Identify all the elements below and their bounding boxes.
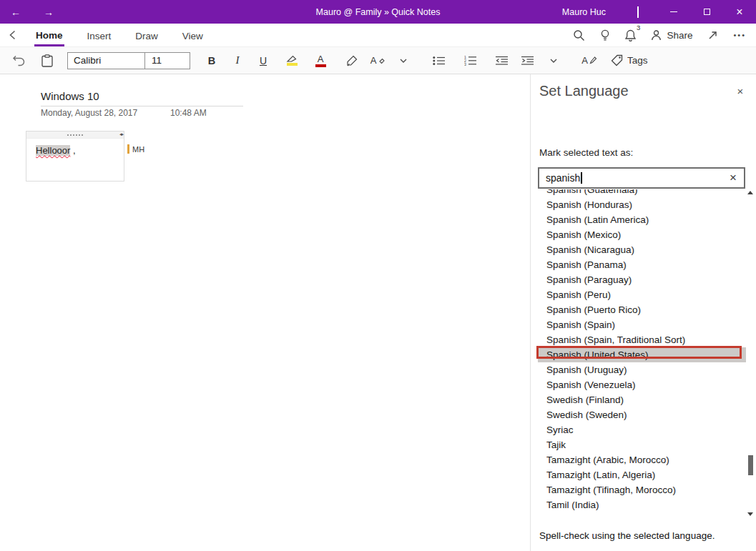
language-option-label: Tamazight (Tifinagh, Morocco) <box>546 485 676 495</box>
language-option-label: Tamazight (Arabic, Morocco) <box>546 455 669 465</box>
font-color-button[interactable]: A <box>310 51 330 71</box>
nav-back-button[interactable]: ← <box>6 0 26 24</box>
font-size-dropdown[interactable]: 11 <box>145 53 190 69</box>
language-option[interactable]: Spanish (Mexico) <box>538 227 746 242</box>
font-color-letter: A <box>318 54 324 64</box>
bell-icon <box>625 29 636 41</box>
font-options-chevron[interactable] <box>393 51 413 71</box>
language-option[interactable]: Tamazight (Arabic, Morocco) <box>538 452 746 467</box>
bold-button[interactable]: B <box>202 51 222 71</box>
tell-me-button[interactable] <box>600 25 610 45</box>
fullscreen-button[interactable] <box>707 25 718 45</box>
format-painter-button[interactable] <box>342 51 362 71</box>
language-option-label: Spanish (United States) <box>546 349 649 360</box>
more-options-button[interactable]: ••• <box>733 25 746 45</box>
search-button[interactable] <box>573 25 585 45</box>
note-text[interactable]: Hellooor , <box>36 145 76 156</box>
panel-close-button[interactable]: × <box>733 84 747 98</box>
nav-forward-button[interactable]: → <box>39 0 59 24</box>
language-option-label: Tajik <box>546 440 566 450</box>
font-name-dropdown[interactable]: Calibri <box>68 53 145 69</box>
language-option[interactable]: Spanish (Nicaragua) <box>538 242 746 257</box>
format-painter-icon <box>346 55 358 66</box>
highlighter-button[interactable] <box>282 51 302 71</box>
language-option-label: Spanish (Honduras) <box>546 199 632 210</box>
font-name-value: Calibri <box>74 55 101 66</box>
language-search-input[interactable]: spanish <box>546 172 580 184</box>
scrollbar-thumb[interactable] <box>748 455 753 475</box>
titlebar-right-group: Mauro Huc × <box>562 0 756 24</box>
language-option[interactable]: Spanish (Spain, Traditional Sort) <box>538 332 746 347</box>
resize-handle-icon[interactable]: ◂▸ <box>119 131 123 138</box>
tab-draw[interactable]: Draw <box>134 24 159 46</box>
page-canvas[interactable]: Windows 10 Monday, August 28, 2017 10:48… <box>0 75 530 551</box>
scroll-down-arrow-icon[interactable] <box>747 512 753 516</box>
tab-view[interactable]: View <box>181 24 205 46</box>
title-divider <box>41 106 243 106</box>
person-icon <box>651 29 662 41</box>
language-option-label: Spanish (Venezuela) <box>546 379 636 390</box>
note-container[interactable]: ◂▸ Hellooor , <box>26 131 124 182</box>
language-option-label: Spanish (Puerto Rico) <box>546 304 641 315</box>
language-search-box[interactable]: spanish × <box>538 167 745 189</box>
paste-button[interactable] <box>37 51 57 71</box>
numbered-list-button[interactable]: 1 2 3 <box>461 51 481 71</box>
indent-button[interactable] <box>518 51 538 71</box>
tab-insert[interactable]: Insert <box>86 24 113 46</box>
language-option[interactable]: Spanish (Venezuela) <box>538 377 746 392</box>
titlebar: ← → Mauro @ Family » Quick Notes Mauro H… <box>0 0 756 24</box>
page-time: 10:48 AM <box>170 108 207 118</box>
share-button[interactable]: Share <box>651 29 692 41</box>
scroll-up-arrow-icon[interactable] <box>747 191 753 194</box>
language-option[interactable]: Spanish (Honduras) <box>538 197 746 212</box>
minimize-button[interactable] <box>657 0 690 24</box>
undo-button[interactable] <box>9 51 29 71</box>
tab-home[interactable]: Home <box>34 24 64 46</box>
clear-formatting-button[interactable]: A <box>368 51 388 71</box>
tag-icon <box>611 54 623 66</box>
search-icon <box>573 29 585 41</box>
notifications-button[interactable]: 3 <box>625 25 636 45</box>
language-option[interactable]: Spanish (Latin America) <box>538 212 746 227</box>
tags-button[interactable]: Tags <box>611 51 648 71</box>
language-option[interactable]: Spanish (Uruguay) <box>538 362 746 377</box>
language-option[interactable]: Swedish (Sweden) <box>538 407 746 422</box>
language-option[interactable]: Spanish (Panama) <box>538 257 746 272</box>
clipboard-icon <box>41 54 53 67</box>
outdent-icon <box>496 56 509 66</box>
language-option[interactable]: Tajik <box>538 437 746 452</box>
language-option[interactable]: Spanish (Paraguay) <box>538 272 746 287</box>
note-drag-handle[interactable]: ◂▸ <box>26 131 124 139</box>
underline-button[interactable]: U <box>253 51 273 71</box>
account-name[interactable]: Mauro Huc <box>562 7 606 17</box>
chevron-left-icon <box>7 29 19 41</box>
ribbon-back-button[interactable] <box>0 24 26 46</box>
language-option[interactable]: Tamazight (Latin, Algeria) <box>538 467 746 482</box>
language-option[interactable]: Swedish (Finland) <box>538 392 746 407</box>
language-list-items: Spanish (Guatemala) Spanish (Honduras) S… <box>538 189 746 512</box>
author-color-bar <box>127 144 129 154</box>
italic-button[interactable]: I <box>227 51 247 71</box>
language-option[interactable]: Tamazight (Tifinagh, Morocco) <box>538 482 746 497</box>
paragraph-options-chevron[interactable] <box>544 51 564 71</box>
language-option[interactable]: Spanish (Peru) <box>538 287 746 302</box>
misspelled-word[interactable]: Hellooor <box>36 145 70 156</box>
maximize-button[interactable] <box>690 0 723 24</box>
language-option[interactable]: Syriac <box>538 422 746 437</box>
diagonal-arrow-icon <box>707 30 718 41</box>
ink-to-text-button[interactable]: A <box>579 51 599 71</box>
clear-search-button[interactable]: × <box>722 169 744 187</box>
page-title[interactable]: Windows 10 <box>41 90 99 102</box>
language-option[interactable]: Spanish (Spain) <box>538 317 746 332</box>
formatting-toolbar: Calibri 11 B I U A A <box>0 46 756 74</box>
language-option[interactable]: Spanish (Guatemala) <box>538 189 746 197</box>
close-button[interactable]: × <box>723 0 756 24</box>
pen-icon <box>589 56 597 65</box>
language-option[interactable]: Tamil (India) <box>538 497 746 512</box>
language-option[interactable]: Spanish (Puerto Rico) <box>538 302 746 317</box>
ellipsis-icon: ••• <box>733 31 746 39</box>
outdent-button[interactable] <box>492 51 512 71</box>
language-option[interactable]: Spanish (United States) <box>538 347 746 362</box>
bullet-list-button[interactable] <box>429 51 449 71</box>
scrollbar[interactable] <box>747 189 754 517</box>
